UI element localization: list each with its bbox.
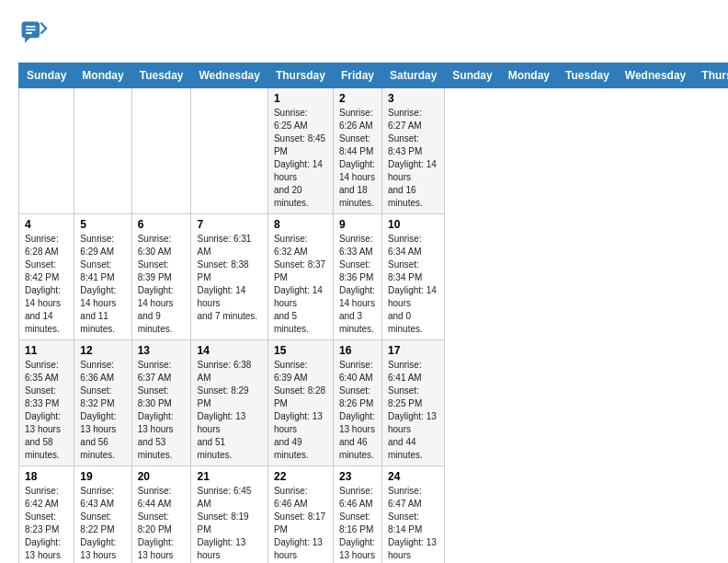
- calendar-cell: 15Sunrise: 6:39 AM Sunset: 8:28 PM Dayli…: [267, 340, 333, 466]
- calendar-cell: 20Sunrise: 6:44 AM Sunset: 8:20 PM Dayli…: [131, 466, 191, 564]
- calendar-cell: 4Sunrise: 6:28 AM Sunset: 8:42 PM Daylig…: [19, 214, 74, 340]
- calendar-table: SundayMondayTuesdayWednesdayThursdayFrid…: [18, 63, 728, 563]
- day-number: 23: [339, 470, 376, 483]
- day-info: Sunrise: 6:40 AM Sunset: 8:26 PM Dayligh…: [339, 359, 376, 462]
- day-info: Sunrise: 6:26 AM Sunset: 8:44 PM Dayligh…: [339, 107, 376, 210]
- col-header-tuesday: Tuesday: [131, 63, 191, 88]
- day-number: 4: [25, 218, 68, 231]
- day-number: 13: [138, 344, 186, 357]
- day-info: Sunrise: 6:29 AM Sunset: 8:41 PM Dayligh…: [80, 233, 125, 336]
- calendar-cell: 13Sunrise: 6:37 AM Sunset: 8:30 PM Dayli…: [131, 340, 191, 466]
- day-number: 17: [388, 344, 438, 357]
- day-number: 3: [388, 92, 438, 105]
- day-info: Sunrise: 6:28 AM Sunset: 8:42 PM Dayligh…: [25, 233, 68, 336]
- calendar-cell: 23Sunrise: 6:46 AM Sunset: 8:16 PM Dayli…: [333, 466, 381, 564]
- day-info: Sunrise: 6:46 AM Sunset: 8:17 PM Dayligh…: [274, 485, 327, 563]
- calendar-cell: [191, 88, 267, 214]
- col-header-wednesday: Wednesday: [617, 63, 693, 88]
- calendar-cell: 11Sunrise: 6:35 AM Sunset: 8:33 PM Dayli…: [19, 340, 74, 466]
- col-header-sunday: Sunday: [445, 63, 500, 88]
- calendar-week-4: 18Sunrise: 6:42 AM Sunset: 8:23 PM Dayli…: [19, 466, 729, 564]
- day-info: Sunrise: 6:47 AM Sunset: 8:14 PM Dayligh…: [388, 485, 438, 563]
- day-number: 18: [25, 470, 68, 483]
- day-number: 22: [274, 470, 327, 483]
- calendar-cell: 7Sunrise: 6:31 AM Sunset: 8:38 PM Daylig…: [191, 214, 267, 340]
- calendar-cell: 9Sunrise: 6:33 AM Sunset: 8:36 PM Daylig…: [333, 214, 381, 340]
- calendar-cell: [19, 88, 74, 214]
- calendar-week-3: 11Sunrise: 6:35 AM Sunset: 8:33 PM Dayli…: [19, 340, 729, 466]
- day-number: 15: [274, 344, 327, 357]
- calendar-cell: 5Sunrise: 6:29 AM Sunset: 8:41 PM Daylig…: [74, 214, 131, 340]
- calendar-cell: 18Sunrise: 6:42 AM Sunset: 8:23 PM Dayli…: [19, 466, 74, 564]
- day-info: Sunrise: 6:25 AM Sunset: 8:45 PM Dayligh…: [274, 107, 327, 210]
- col-header-wednesday: Wednesday: [191, 63, 267, 88]
- day-number: 5: [80, 218, 125, 231]
- calendar-cell: [74, 88, 131, 214]
- calendar-cell: 3Sunrise: 6:27 AM Sunset: 8:43 PM Daylig…: [381, 88, 444, 214]
- col-header-sunday: Sunday: [19, 63, 74, 88]
- calendar-cell: 16Sunrise: 6:40 AM Sunset: 8:26 PM Dayli…: [333, 340, 381, 466]
- day-info: Sunrise: 6:42 AM Sunset: 8:23 PM Dayligh…: [25, 485, 68, 563]
- day-info: Sunrise: 6:33 AM Sunset: 8:36 PM Dayligh…: [339, 233, 376, 336]
- header-row: SundayMondayTuesdayWednesdayThursdayFrid…: [19, 63, 729, 88]
- col-header-thursday: Thursday: [694, 63, 728, 88]
- col-header-saturday: Saturday: [381, 63, 444, 88]
- day-info: Sunrise: 6:30 AM Sunset: 8:39 PM Dayligh…: [138, 233, 186, 336]
- col-header-tuesday: Tuesday: [558, 63, 618, 88]
- day-info: Sunrise: 6:41 AM Sunset: 8:25 PM Dayligh…: [388, 359, 438, 462]
- day-number: 12: [80, 344, 125, 357]
- calendar-week-1: 1Sunrise: 6:25 AM Sunset: 8:45 PM Daylig…: [19, 88, 729, 214]
- day-info: Sunrise: 6:46 AM Sunset: 8:16 PM Dayligh…: [339, 485, 376, 563]
- day-info: Sunrise: 6:36 AM Sunset: 8:32 PM Dayligh…: [80, 359, 125, 462]
- logo: [18, 18, 51, 48]
- day-number: 19: [80, 470, 125, 483]
- day-info: Sunrise: 6:31 AM Sunset: 8:38 PM Dayligh…: [197, 233, 261, 323]
- day-info: Sunrise: 6:37 AM Sunset: 8:30 PM Dayligh…: [138, 359, 186, 462]
- day-number: 10: [388, 218, 438, 231]
- day-number: 21: [197, 470, 261, 483]
- day-number: 24: [388, 470, 438, 483]
- calendar-cell: 8Sunrise: 6:32 AM Sunset: 8:37 PM Daylig…: [267, 214, 333, 340]
- calendar-cell: 12Sunrise: 6:36 AM Sunset: 8:32 PM Dayli…: [74, 340, 131, 466]
- calendar-cell: 21Sunrise: 6:45 AM Sunset: 8:19 PM Dayli…: [191, 466, 267, 564]
- day-info: Sunrise: 6:35 AM Sunset: 8:33 PM Dayligh…: [25, 359, 68, 462]
- day-number: 9: [339, 218, 376, 231]
- col-header-thursday: Thursday: [267, 63, 333, 88]
- col-header-friday: Friday: [333, 63, 381, 88]
- day-info: Sunrise: 6:38 AM Sunset: 8:29 PM Dayligh…: [197, 359, 261, 462]
- day-number: 2: [339, 92, 376, 105]
- day-info: Sunrise: 6:45 AM Sunset: 8:19 PM Dayligh…: [197, 485, 261, 563]
- calendar-cell: 10Sunrise: 6:34 AM Sunset: 8:34 PM Dayli…: [381, 214, 444, 340]
- calendar-cell: 2Sunrise: 6:26 AM Sunset: 8:44 PM Daylig…: [333, 88, 381, 214]
- day-info: Sunrise: 6:39 AM Sunset: 8:28 PM Dayligh…: [274, 359, 327, 462]
- day-number: 14: [197, 344, 261, 357]
- calendar-cell: 24Sunrise: 6:47 AM Sunset: 8:14 PM Dayli…: [381, 466, 444, 564]
- day-info: Sunrise: 6:34 AM Sunset: 8:34 PM Dayligh…: [388, 233, 438, 336]
- day-info: Sunrise: 6:27 AM Sunset: 8:43 PM Dayligh…: [388, 107, 438, 210]
- calendar-cell: [131, 88, 191, 214]
- page-header: [18, 18, 710, 48]
- day-number: 8: [274, 218, 327, 231]
- col-header-monday: Monday: [74, 63, 131, 88]
- day-number: 11: [25, 344, 68, 357]
- day-number: 6: [138, 218, 186, 231]
- day-info: Sunrise: 6:32 AM Sunset: 8:37 PM Dayligh…: [274, 233, 327, 336]
- day-number: 1: [274, 92, 327, 105]
- logo-icon: [18, 18, 48, 48]
- calendar-cell: 14Sunrise: 6:38 AM Sunset: 8:29 PM Dayli…: [191, 340, 267, 466]
- calendar-cell: 19Sunrise: 6:43 AM Sunset: 8:22 PM Dayli…: [74, 466, 131, 564]
- day-info: Sunrise: 6:44 AM Sunset: 8:20 PM Dayligh…: [138, 485, 186, 563]
- col-header-monday: Monday: [500, 63, 557, 88]
- day-number: 16: [339, 344, 376, 357]
- calendar-cell: 22Sunrise: 6:46 AM Sunset: 8:17 PM Dayli…: [267, 466, 333, 564]
- calendar-cell: 17Sunrise: 6:41 AM Sunset: 8:25 PM Dayli…: [381, 340, 444, 466]
- day-info: Sunrise: 6:43 AM Sunset: 8:22 PM Dayligh…: [80, 485, 125, 563]
- calendar-cell: 6Sunrise: 6:30 AM Sunset: 8:39 PM Daylig…: [131, 214, 191, 340]
- calendar-cell: 1Sunrise: 6:25 AM Sunset: 8:45 PM Daylig…: [267, 88, 333, 214]
- day-number: 7: [197, 218, 261, 231]
- day-number: 20: [138, 470, 186, 483]
- calendar-week-2: 4Sunrise: 6:28 AM Sunset: 8:42 PM Daylig…: [19, 214, 729, 340]
